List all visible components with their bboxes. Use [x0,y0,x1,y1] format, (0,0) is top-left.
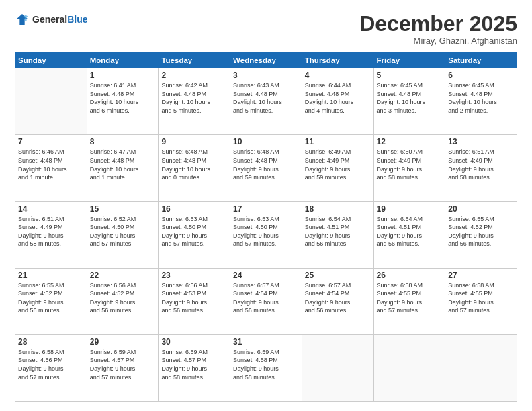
day-number: 27 [448,271,514,280]
day-info: Sunrise: 6:58 AM Sunset: 4:56 PM Dayligh… [18,348,84,381]
calendar-week-row: 21Sunrise: 6:55 AM Sunset: 4:52 PM Dayli… [15,268,517,334]
day-number: 12 [377,137,443,146]
day-info: Sunrise: 6:59 AM Sunset: 4:57 PM Dayligh… [161,348,227,381]
day-number: 28 [18,337,84,347]
col-saturday: Saturday [445,53,517,68]
col-thursday: Thursday [302,53,373,68]
day-info: Sunrise: 6:59 AM Sunset: 4:58 PM Dayligh… [233,348,299,381]
calendar-week-row: 7Sunrise: 6:46 AM Sunset: 4:48 PM Daylig… [15,135,517,201]
day-info: Sunrise: 6:54 AM Sunset: 4:51 PM Dayligh… [305,215,371,248]
day-info: Sunrise: 6:46 AM Sunset: 4:48 PM Dayligh… [18,148,84,181]
day-info: Sunrise: 6:57 AM Sunset: 4:54 PM Dayligh… [305,281,371,315]
day-info: Sunrise: 6:52 AM Sunset: 4:50 PM Dayligh… [90,215,156,248]
day-number: 23 [161,271,227,280]
table-row: 24Sunrise: 6:57 AM Sunset: 4:54 PM Dayli… [230,268,302,334]
table-row: 26Sunrise: 6:58 AM Sunset: 4:55 PM Dayli… [373,268,445,334]
day-info: Sunrise: 6:42 AM Sunset: 4:48 PM Dayligh… [161,81,227,115]
day-info: Sunrise: 6:43 AM Sunset: 4:48 PM Dayligh… [233,81,299,115]
day-number: 31 [233,337,299,347]
day-number: 18 [305,204,371,214]
table-row: 23Sunrise: 6:56 AM Sunset: 4:53 PM Dayli… [159,268,230,334]
day-info: Sunrise: 6:54 AM Sunset: 4:51 PM Dayligh… [377,215,443,248]
day-number: 2 [161,71,227,80]
table-row: 18Sunrise: 6:54 AM Sunset: 4:51 PM Dayli… [302,201,373,268]
day-number: 16 [161,204,227,214]
day-info: Sunrise: 6:59 AM Sunset: 4:57 PM Dayligh… [90,348,156,381]
title-block: December 2025 Miray, Ghazni, Afghanistan [359,12,517,46]
table-row: 1Sunrise: 6:41 AM Sunset: 4:48 PM Daylig… [87,68,159,135]
day-info: Sunrise: 6:48 AM Sunset: 4:48 PM Dayligh… [233,148,299,181]
day-number: 25 [305,271,371,280]
table-row: 21Sunrise: 6:55 AM Sunset: 4:52 PM Dayli… [15,268,87,334]
day-info: Sunrise: 6:57 AM Sunset: 4:54 PM Dayligh… [233,281,299,315]
calendar-week-row: 14Sunrise: 6:51 AM Sunset: 4:49 PM Dayli… [15,201,517,268]
logo-icon [15,12,30,27]
day-number: 19 [377,204,443,214]
day-info: Sunrise: 6:41 AM Sunset: 4:48 PM Dayligh… [90,81,156,115]
col-friday: Friday [373,53,445,68]
day-number: 8 [90,137,156,146]
day-info: Sunrise: 6:55 AM Sunset: 4:52 PM Dayligh… [18,281,84,315]
table-row: 4Sunrise: 6:44 AM Sunset: 4:48 PM Daylig… [302,68,373,135]
day-number: 7 [18,137,84,146]
day-info: Sunrise: 6:58 AM Sunset: 4:55 PM Dayligh… [377,281,443,315]
table-row: 15Sunrise: 6:52 AM Sunset: 4:50 PM Dayli… [87,201,159,268]
table-row: 16Sunrise: 6:53 AM Sunset: 4:50 PM Dayli… [159,201,230,268]
table-row: 27Sunrise: 6:58 AM Sunset: 4:55 PM Dayli… [445,268,517,334]
col-sunday: Sunday [15,53,87,68]
day-number: 3 [233,71,299,80]
col-wednesday: Wednesday [230,53,302,68]
day-number: 30 [161,337,227,347]
day-info: Sunrise: 6:53 AM Sunset: 4:50 PM Dayligh… [233,215,299,248]
day-number: 5 [377,71,443,80]
col-tuesday: Tuesday [159,53,230,68]
day-info: Sunrise: 6:51 AM Sunset: 4:49 PM Dayligh… [448,148,514,181]
table-row: 17Sunrise: 6:53 AM Sunset: 4:50 PM Dayli… [230,201,302,268]
table-row: 28Sunrise: 6:58 AM Sunset: 4:56 PM Dayli… [15,334,87,401]
day-number: 26 [377,271,443,280]
day-info: Sunrise: 6:47 AM Sunset: 4:48 PM Dayligh… [90,148,156,181]
col-monday: Monday [87,53,159,68]
table-row: 7Sunrise: 6:46 AM Sunset: 4:48 PM Daylig… [15,135,87,201]
day-number: 20 [448,204,514,214]
table-row: 2Sunrise: 6:42 AM Sunset: 4:48 PM Daylig… [159,68,230,135]
day-info: Sunrise: 6:56 AM Sunset: 4:52 PM Dayligh… [90,281,156,315]
table-row: 19Sunrise: 6:54 AM Sunset: 4:51 PM Dayli… [373,201,445,268]
table-row: 14Sunrise: 6:51 AM Sunset: 4:49 PM Dayli… [15,201,87,268]
day-number: 4 [305,71,371,80]
day-info: Sunrise: 6:50 AM Sunset: 4:49 PM Dayligh… [377,148,443,181]
day-number: 15 [90,204,156,214]
day-number: 17 [233,204,299,214]
day-info: Sunrise: 6:58 AM Sunset: 4:55 PM Dayligh… [448,281,514,315]
location-title: Miray, Ghazni, Afghanistan [359,36,517,46]
day-number: 22 [90,271,156,280]
day-number: 1 [90,71,156,80]
day-info: Sunrise: 6:56 AM Sunset: 4:53 PM Dayligh… [161,281,227,315]
day-number: 29 [90,337,156,347]
table-row: 31Sunrise: 6:59 AM Sunset: 4:58 PM Dayli… [230,334,302,401]
day-number: 14 [18,204,84,214]
table-row: 8Sunrise: 6:47 AM Sunset: 4:48 PM Daylig… [87,135,159,201]
page: GeneralBlue December 2025 Miray, Ghazni,… [0,0,532,411]
calendar-week-row: 28Sunrise: 6:58 AM Sunset: 4:56 PM Dayli… [15,334,517,401]
day-info: Sunrise: 6:53 AM Sunset: 4:50 PM Dayligh… [161,215,227,248]
table-row: 9Sunrise: 6:48 AM Sunset: 4:48 PM Daylig… [159,135,230,201]
table-row: 12Sunrise: 6:50 AM Sunset: 4:49 PM Dayli… [373,135,445,201]
day-info: Sunrise: 6:49 AM Sunset: 4:49 PM Dayligh… [305,148,371,181]
table-row [373,334,445,401]
day-number: 9 [161,137,227,146]
logo: GeneralBlue [15,12,87,27]
day-info: Sunrise: 6:45 AM Sunset: 4:48 PM Dayligh… [448,81,514,115]
day-info: Sunrise: 6:44 AM Sunset: 4:48 PM Dayligh… [305,81,371,115]
logo-general: GeneralBlue [32,13,87,26]
table-row: 20Sunrise: 6:55 AM Sunset: 4:52 PM Dayli… [445,201,517,268]
table-row: 11Sunrise: 6:49 AM Sunset: 4:49 PM Dayli… [302,135,373,201]
day-number: 11 [305,137,371,146]
table-row [15,68,87,135]
day-info: Sunrise: 6:51 AM Sunset: 4:49 PM Dayligh… [18,215,84,248]
table-row: 6Sunrise: 6:45 AM Sunset: 4:48 PM Daylig… [445,68,517,135]
month-title: December 2025 [359,12,517,36]
table-row: 3Sunrise: 6:43 AM Sunset: 4:48 PM Daylig… [230,68,302,135]
header: GeneralBlue December 2025 Miray, Ghazni,… [15,12,517,46]
day-number: 24 [233,271,299,280]
